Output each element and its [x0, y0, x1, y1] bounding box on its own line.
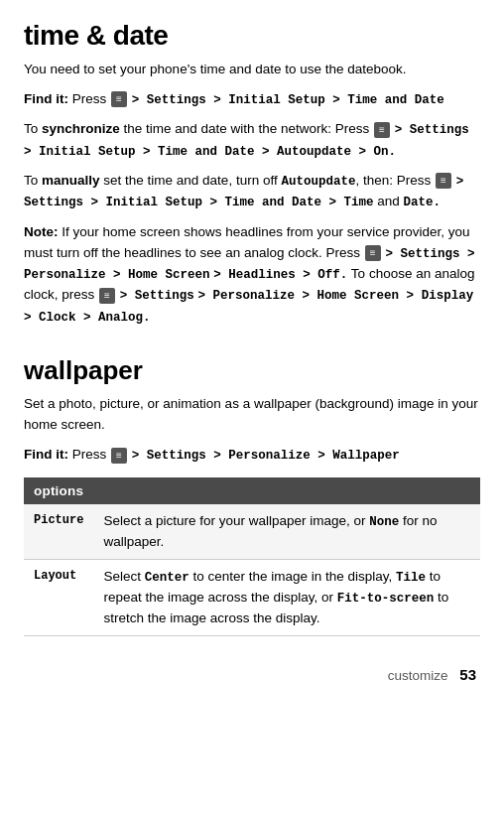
note-paragraph: Note: If your home screen shows headline… — [24, 222, 480, 328]
table-cell-desc-layout: Select Center to center the image in the… — [93, 560, 480, 636]
menu-icon-findit2 — [111, 448, 127, 464]
findit2-text-pre: Press — [72, 447, 110, 462]
table-cell-desc-picture: Select a picture for your wallpaper imag… — [93, 504, 480, 560]
sync-paragraph: To synchronize the time and date with th… — [24, 119, 480, 162]
headlines-code: Headlines > Off. — [228, 268, 347, 282]
findit1-path: > Settings > Initial Setup > — [132, 93, 348, 107]
note-path4: > Personalize > — [198, 289, 317, 303]
homescreen-code1: Home Screen — [128, 268, 210, 282]
menu-icon-manually — [436, 173, 451, 189]
sync-bold: synchronize — [42, 121, 120, 136]
table-row: Picture Select a picture for your wallpa… — [24, 504, 480, 560]
menu-icon-note1 — [365, 245, 381, 261]
menu-icon-sync — [374, 122, 390, 138]
section1-intro: You need to set your phone's time and da… — [24, 60, 480, 80]
time-code: Time — [344, 196, 374, 209]
menu-icon-findit1 — [111, 91, 127, 107]
table-header: options — [24, 477, 480, 504]
table-row: Layout Select Center to center the image… — [24, 560, 480, 636]
menu-icon-note2 — [99, 288, 115, 304]
autoupdate-code: Autoupdate — [281, 175, 355, 189]
findit1-label: Find it: — [24, 91, 68, 106]
manually-bold: manually — [42, 173, 100, 188]
sync-on: On. — [374, 145, 397, 159]
findit2-path: > Settings > Personalize > — [132, 449, 333, 463]
fittoscreen-code: Fit-to-screen — [337, 592, 435, 606]
findit2-highlight: Wallpaper — [332, 449, 400, 463]
findit1-highlight: Time and Date — [347, 93, 444, 107]
note-path2: > — [213, 268, 228, 282]
table-cell-option-picture: Picture — [24, 504, 93, 560]
footer-label: customize — [388, 668, 448, 683]
table-cell-option-layout: Layout — [24, 560, 93, 636]
findit1-paragraph: Find it: Press > Settings > Initial Setu… — [24, 89, 480, 110]
section2-intro: Set a photo, picture, or animation as a … — [24, 394, 480, 436]
note-label: Note: — [24, 224, 59, 239]
findit2-label: Find it: — [24, 447, 68, 462]
manually-paragraph: To manually set the time and date, turn … — [24, 171, 480, 213]
tile-code: Tile — [396, 571, 426, 585]
none-code: None — [369, 515, 399, 529]
section2-title: wallpaper — [24, 355, 480, 386]
section1-title: time & date — [24, 20, 480, 52]
findit2-paragraph: Find it: Press > Settings > Personalize … — [24, 445, 480, 466]
findit1-text-pre: Press — [72, 91, 110, 106]
options-table: options Picture Select a picture for you… — [24, 477, 480, 636]
page-footer: customize 53 — [24, 666, 480, 683]
date-code: Date. — [404, 196, 441, 209]
center-code: Center — [145, 571, 189, 585]
page-number: 53 — [459, 666, 476, 683]
note-path3: > Settings — [120, 289, 194, 303]
